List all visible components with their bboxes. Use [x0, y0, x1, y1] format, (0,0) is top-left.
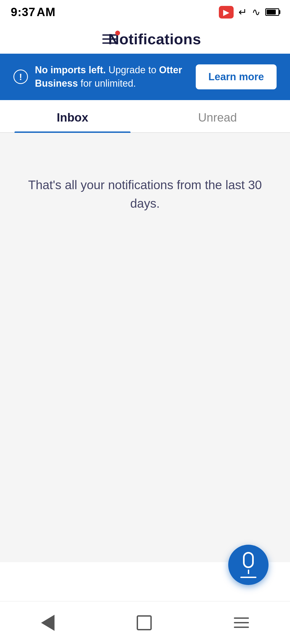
banner-content: ! No imports left. Upgrade to Otter Busi… — [13, 63, 188, 90]
banner-brand-business: Business — [35, 78, 78, 89]
banner-unlimited-text: for unlimited. — [81, 78, 136, 89]
page-title: Notifications — [108, 30, 201, 48]
tabs-container: Inbox Unread — [0, 100, 290, 133]
empty-notifications-message: That's all your notifications from the l… — [21, 176, 269, 213]
nav-menu-button[interactable] — [229, 612, 254, 633]
menu-line-3 — [102, 42, 116, 44]
learn-more-button[interactable]: Learn more — [196, 64, 277, 89]
status-bar: 9:37 AM ▶ ↵ ∿ — [0, 0, 290, 24]
wifi-icon: ∿ — [252, 6, 260, 18]
battery-icon — [265, 8, 279, 16]
banner-text: No imports left. Upgrade to Otter Busine… — [35, 63, 188, 90]
back-icon — [41, 615, 55, 631]
menu-line-1 — [102, 34, 116, 36]
menu-button[interactable] — [100, 32, 119, 46]
app-bar: Notifications — [0, 24, 290, 54]
upgrade-banner: ! No imports left. Upgrade to Otter Busi… — [0, 54, 290, 100]
banner-upgrade-text: Upgrade to — [108, 64, 159, 75]
menu-notification-dot — [115, 31, 120, 35]
nav-home-button[interactable] — [131, 610, 157, 636]
nav-back-button[interactable] — [36, 609, 60, 636]
app-menu-icon — [234, 617, 249, 628]
banner-alert-icon: ! — [13, 69, 28, 84]
status-time: 9:37 AM — [11, 5, 56, 19]
screen-record-icon: ▶ — [219, 6, 234, 19]
navigation-bar — [0, 601, 290, 644]
tab-inbox[interactable]: Inbox — [0, 100, 145, 132]
home-icon — [137, 615, 152, 630]
status-icons: ▶ ↵ ∿ — [219, 6, 279, 19]
record-fab-button[interactable] — [228, 545, 269, 585]
banner-brand-otter: Otter — [159, 64, 182, 75]
content-area: That's all your notifications from the l… — [0, 133, 290, 562]
microphone-icon — [240, 552, 256, 578]
menu-line-2 — [102, 38, 116, 40]
banner-no-imports: No imports left. — [35, 64, 106, 75]
bluetooth-icon: ↵ — [238, 6, 247, 18]
tab-unread[interactable]: Unread — [145, 100, 290, 132]
